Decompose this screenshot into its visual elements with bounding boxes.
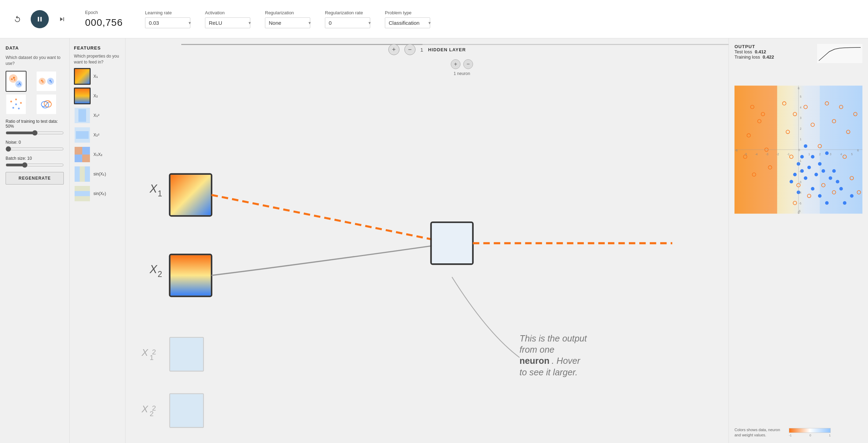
- feature-label-x1sq: X₁²: [93, 113, 99, 118]
- svg-point-109: [822, 169, 825, 173]
- learning-rate-label: Learning rate: [145, 10, 194, 15]
- remove-layer-button[interactable]: −: [404, 44, 416, 55]
- remove-neuron-button[interactable]: −: [463, 59, 473, 69]
- data-section-title: DATA: [6, 45, 64, 51]
- feature-label-x2: X₂: [93, 93, 98, 98]
- batch-slider[interactable]: [6, 162, 64, 168]
- add-neuron-button[interactable]: +: [451, 59, 460, 69]
- ratio-slider[interactable]: [6, 130, 64, 136]
- svg-text:-3: -3: [766, 153, 769, 156]
- svg-rect-44: [75, 196, 90, 201]
- svg-text:1: 1: [800, 138, 802, 141]
- step-button[interactable]: [53, 10, 71, 28]
- reg-rate-select[interactable]: 00.0010.010.1: [325, 17, 370, 28]
- svg-text:6: 6: [798, 87, 799, 90]
- svg-text:4: 4: [800, 106, 802, 109]
- svg-rect-42: [75, 186, 90, 191]
- problem-type-label: Problem type: [385, 10, 434, 15]
- add-layer-button[interactable]: +: [388, 44, 399, 55]
- svg-rect-70: [170, 394, 204, 428]
- feature-item-x1x2[interactable]: X₁X₂: [74, 146, 121, 163]
- network-diagram: X 1 X: [125, 79, 729, 443]
- dataset-thumb-4[interactable]: [36, 94, 57, 115]
- learning-rate-select[interactable]: 0.030.0010.010.1: [145, 17, 190, 28]
- svg-point-116: [836, 180, 839, 183]
- scatter-plot: 0 -6 6 6 -6 -5 -4 -3 -2 -1 1 2 3 4 5 5 4…: [734, 66, 862, 233]
- svg-point-7: [17, 84, 19, 85]
- neuron-controls: + −: [125, 58, 729, 70]
- svg-text:2: 2: [152, 348, 156, 356]
- regularization-select[interactable]: NoneL1L2: [265, 17, 310, 28]
- activation-label: Activation: [205, 10, 254, 15]
- svg-text:-1: -1: [799, 159, 802, 163]
- ratio-slider-row: Ratio of training to test data: 50%: [6, 119, 64, 136]
- svg-rect-43: [75, 191, 90, 196]
- svg-text:-6: -6: [735, 149, 738, 152]
- svg-text:2: 2: [800, 127, 802, 130]
- svg-rect-31: [76, 131, 89, 139]
- dataset-thumb-1[interactable]: [6, 71, 26, 92]
- learning-rate-select-wrap: 0.030.0010.010.1: [145, 17, 194, 28]
- feature-item-x2sq[interactable]: X₂²: [74, 127, 121, 143]
- svg-text:X: X: [149, 182, 158, 195]
- svg-point-112: [811, 187, 814, 190]
- dataset-thumb-3[interactable]: [6, 94, 26, 115]
- reset-button[interactable]: [8, 10, 26, 28]
- svg-point-120: [800, 155, 804, 158]
- svg-line-53: [212, 195, 439, 241]
- dataset-grid: [6, 71, 64, 115]
- regularization-label: Regularization: [265, 10, 314, 15]
- reg-rate-select-wrap: 00.0010.010.1: [325, 17, 374, 28]
- svg-text:3: 3: [830, 153, 831, 156]
- svg-text:to see it larger.: to see it larger.: [519, 367, 578, 377]
- epoch-group: Epoch 000,756: [85, 10, 134, 28]
- feature-label-sinx2: sin(X₂): [93, 191, 106, 196]
- legend-text: Colors shows data, neuron and weight val…: [734, 427, 783, 437]
- epoch-value: 000,756: [85, 17, 134, 28]
- svg-text:-1: -1: [787, 153, 790, 156]
- test-loss-row: Test loss 0.412: [734, 49, 774, 54]
- svg-rect-33: [75, 147, 82, 155]
- svg-text:-4: -4: [799, 191, 802, 194]
- svg-text:-2: -2: [799, 170, 802, 173]
- svg-text:2: 2: [158, 270, 162, 279]
- svg-point-20: [13, 107, 14, 108]
- feature-item-x2[interactable]: X₂: [74, 88, 121, 104]
- train-loss-label: Training loss: [734, 54, 760, 60]
- feature-item-x1sq[interactable]: X₁²: [74, 107, 121, 124]
- legend-scale: -101: [789, 434, 831, 437]
- dataset-thumb-2[interactable]: [36, 71, 57, 92]
- pause-button[interactable]: [31, 10, 49, 28]
- network-area: + − 1 HIDDEN LAYER + − 1 neuron X 1: [125, 38, 729, 443]
- epoch-label: Epoch: [85, 10, 134, 15]
- svg-rect-71: [817, 44, 862, 63]
- regenerate-button[interactable]: REGENERATE: [6, 172, 64, 185]
- svg-point-123: [793, 173, 797, 176]
- feature-label-sinx1: sin(X₁): [93, 172, 106, 177]
- legend-gradient: [789, 428, 831, 433]
- activation-select-wrap: ReLUTanhSigmoidLinear: [205, 17, 254, 28]
- svg-text:2: 2: [152, 404, 156, 412]
- svg-rect-66: [170, 337, 204, 371]
- problem-type-select-wrap: ClassificationRegression: [385, 17, 434, 28]
- train-loss-value: 0.422: [763, 54, 774, 60]
- neuron-count-label: 1 neuron: [125, 70, 729, 79]
- svg-point-113: [818, 194, 822, 197]
- left-panel: DATA Which dataset do you want to use?: [0, 38, 70, 443]
- svg-point-107: [814, 173, 818, 176]
- svg-text:-3: -3: [799, 181, 802, 184]
- topbar: Epoch 000,756 Learning rate 0.030.0010.0…: [0, 0, 868, 38]
- svg-point-3: [11, 78, 13, 80]
- activation-select[interactable]: ReLUTanhSigmoidLinear: [205, 17, 250, 28]
- svg-point-22: [15, 103, 17, 105]
- data-section-sub: Which dataset do you want to use?: [6, 55, 64, 67]
- feature-item-sinx1[interactable]: sin(X₁): [74, 166, 121, 182]
- svg-point-103: [804, 144, 807, 148]
- noise-slider[interactable]: [6, 146, 64, 152]
- feature-item-sinx2[interactable]: sin(X₂): [74, 185, 121, 202]
- svg-rect-24: [75, 69, 90, 84]
- feature-item-x1[interactable]: X₁: [74, 68, 121, 85]
- svg-text:-4: -4: [755, 153, 758, 156]
- problem-type-select[interactable]: ClassificationRegression: [385, 17, 430, 28]
- svg-rect-29: [78, 109, 86, 122]
